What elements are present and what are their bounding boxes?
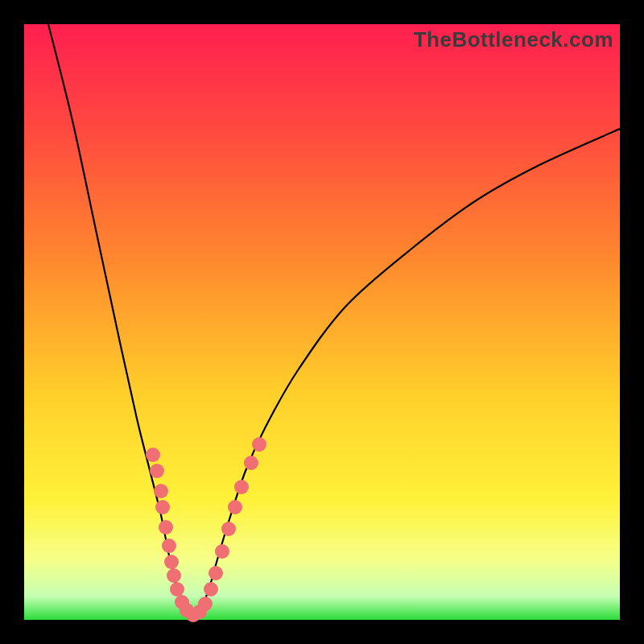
chart-frame: TheBottleneck.com [0,0,644,644]
bottleneck-curve [48,24,620,616]
sample-point [164,555,179,569]
sample-point [198,597,213,611]
sample-point [204,582,218,597]
sample-point [150,464,164,478]
sample-point [162,539,176,553]
sample-points-group [146,437,266,622]
sample-point [159,520,173,535]
sample-point [208,566,223,580]
sample-point [170,582,184,597]
sample-point [221,522,236,536]
sample-point [167,568,181,583]
sample-point [228,500,242,514]
plot-area: TheBottleneck.com [24,24,620,620]
curve-svg [24,24,620,620]
sample-point [252,437,266,452]
sample-point [155,500,170,514]
sample-point [244,456,258,470]
sample-point [234,480,249,494]
sample-point [154,484,168,498]
sample-point [146,448,160,462]
sample-point [215,544,229,559]
